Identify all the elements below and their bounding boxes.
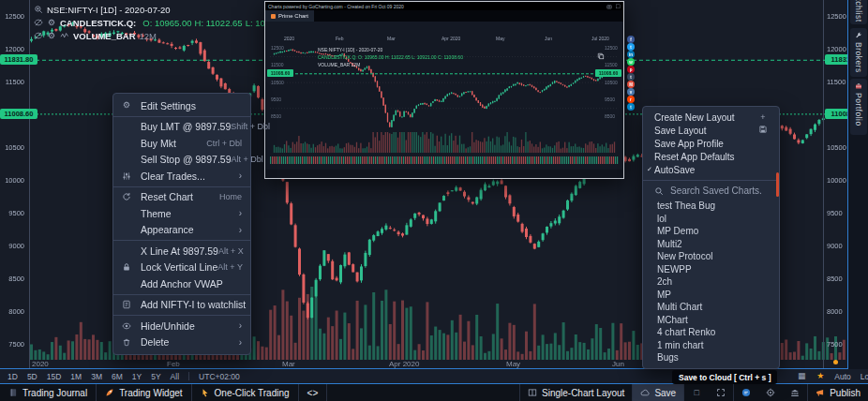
share-facebook-button[interactable]: f — [627, 36, 635, 43]
search-icon — [654, 186, 664, 196]
context-menu-item-sell-stop-9897-59[interactable]: Sell Stop @ 9897.59Alt + Dbl — [113, 152, 250, 169]
preview-tab-prime-chart[interactable]: Prime Chart — [265, 10, 314, 22]
range-15d[interactable]: 15D — [47, 372, 62, 381]
saved-chart-item-1-min-chart[interactable]: 1 min chart — [643, 339, 779, 352]
divider — [188, 372, 189, 380]
trash-icon — [122, 337, 131, 347]
range-all[interactable]: All — [171, 372, 179, 381]
auto-scale-toggle[interactable]: Auto — [834, 372, 851, 381]
context-menu-item-edit-settings[interactable]: ⚙Edit Settings — [113, 97, 250, 114]
range-1m[interactable]: 1M — [70, 372, 82, 381]
bottom-bar-button-publish[interactable]: Publish — [808, 384, 868, 401]
bottom-bar-button-bank[interactable] — [783, 384, 807, 401]
share-twitter-button[interactable]: t — [627, 43, 635, 51]
context-menu-item-hide-unhide[interactable]: Hide/Unhide› — [113, 318, 250, 334]
context-menu-item-add-nifty-i-to-watchlist[interactable]: Add NIFTY-I to watchlist — [113, 297, 250, 314]
lock-icon — [122, 262, 131, 272]
layout-menu-item-create-new-layout[interactable]: Create New Layout+ — [643, 111, 779, 124]
gear-icon[interactable]: ⚙ — [47, 18, 56, 27]
range-1d[interactable]: 1D — [7, 372, 18, 381]
copy-icon[interactable] — [597, 52, 605, 60]
sidebar-tab-portfolio[interactable]: Portfolio — [850, 79, 867, 135]
bottom-bar-button-target[interactable] — [758, 384, 783, 401]
context-menu-item-buy-lmt-9897-59[interactable]: Buy LMT @ 9897.59Shift + Dbl — [113, 119, 250, 136]
saved-chart-item-4-chart-renko[interactable]: 4 chart Renko — [643, 326, 779, 339]
context-menu-item-delete[interactable]: Delete› — [113, 334, 250, 351]
share-whatsapp-button[interactable]: w — [627, 58, 635, 66]
share-buttons-column: ftinwptMvrt — [627, 36, 635, 111]
context-menu-item-clear-trades[interactable]: Clear Trades...› — [113, 168, 250, 185]
grid-icon[interactable]: ▦ — [797, 372, 806, 381]
layout-menu-item-save-app-profile[interactable]: Save App Profile — [643, 137, 779, 150]
sidebar-tab-watchlist[interactable]: Watchlist — [850, 0, 867, 24]
saved-chart-item-lol[interactable]: lol — [643, 213, 779, 226]
share-gmail-button[interactable]: M — [627, 81, 635, 88]
saved-chart-item-multi2[interactable]: Multi2 — [643, 238, 779, 251]
menu-item-label: Add NIFTY-I to watchlist — [141, 299, 246, 310]
bottom-bar-button-chat[interactable] — [734, 384, 758, 401]
saved-chart-item-mp-demo[interactable]: MP Demo — [643, 225, 779, 238]
bottom-bar-button-single-chart-layout[interactable]: Single-Chart Layout — [520, 384, 632, 401]
preview-price-tick: 11500 — [271, 62, 284, 67]
saved-chart-item-mp[interactable]: MP — [643, 289, 779, 302]
layout-menu-item-autosave[interactable]: ✓AutoSave — [643, 163, 779, 176]
layout-menu-item-reset-app-defaults[interactable]: Reset App Defaults — [643, 150, 779, 163]
share-linkedin-button[interactable]: in — [627, 51, 635, 58]
saved-chart-item-test-thea-bug[interactable]: test Thea Bug — [643, 200, 779, 213]
share-telegram-button[interactable]: t — [627, 103, 635, 111]
eye-slash-icon[interactable] — [34, 18, 43, 27]
saved-charts-search[interactable]: Search Saved Charts. — [643, 180, 779, 200]
shortcut-hint: Shift + Dbl — [231, 122, 270, 131]
share-reddit-button[interactable]: r — [627, 96, 635, 103]
zoom-icon[interactable] — [34, 5, 43, 14]
range-6m[interactable]: 6M — [112, 372, 123, 381]
saved-chart-item-multi-chart[interactable]: Multi Chart — [643, 301, 779, 314]
camera-icon[interactable] — [606, 4, 612, 9]
context-menu-item-add-anchor-vwap[interactable]: Add Anchor VWAP — [113, 275, 250, 292]
pointer-icon — [201, 388, 210, 397]
context-menu-item-buy-mkt[interactable]: Buy MktCtrl + Dbl — [113, 135, 250, 152]
saved-chart-item-2ch[interactable]: 2ch — [643, 275, 779, 289]
range-5y[interactable]: 5Y — [151, 372, 160, 381]
bottom-bar-button-save[interactable]: Save — [633, 384, 683, 401]
range-5d[interactable]: 5D — [27, 372, 37, 381]
sidebar-tab-label: Watchlist — [854, 0, 863, 22]
saved-chart-item-mchart[interactable]: MChart — [643, 314, 779, 327]
layout-menu-item-save-layout[interactable]: Save Layout — [643, 124, 779, 137]
layout-menu: Create New Layout+Save LayoutSave App Pr… — [642, 106, 780, 369]
range-1y[interactable]: 1Y — [132, 372, 142, 381]
bottom-bar-button-screenshot-frame[interactable]: □ — [684, 384, 709, 401]
scrollbar-thumb[interactable] — [776, 172, 779, 197]
share-tumblr-button[interactable]: t — [627, 73, 635, 81]
share-pinterest-button[interactable]: p — [627, 66, 635, 73]
timezone-label[interactable]: UTC+02:00 — [199, 372, 240, 381]
share-vk-button[interactable]: v — [627, 88, 635, 96]
preview-price-tick: 10500 — [605, 80, 618, 85]
bottom-bar-button-one-click-trading[interactable]: One-Click Trading — [192, 384, 299, 401]
gear-icon[interactable]: ⚙ — [47, 31, 56, 40]
bottom-bar-button-code[interactable]: <> — [299, 384, 328, 401]
bottom-bar-button-trading-journal[interactable]: Trading Journal — [0, 384, 97, 401]
eye-slash-icon[interactable] — [34, 31, 43, 40]
bottom-bar-button-trading-widget[interactable]: Trading Widget — [97, 384, 191, 401]
chat-icon — [741, 388, 751, 397]
sidebar-tab-brokers[interactable]: Brokers — [850, 28, 867, 77]
preview-time-label: Jul 2020 — [591, 36, 609, 41]
saved-chart-item-newpp[interactable]: NEWPP — [643, 263, 779, 276]
menu-item-label: Add Anchor VWAP — [141, 278, 223, 290]
range-3m[interactable]: 3M — [91, 372, 102, 381]
briefcase-icon — [855, 82, 862, 90]
context-menu-item-x-line-at-9897-59[interactable]: X Line At 9897.59Alt + X — [113, 243, 250, 260]
context-menu-item-reset-chart[interactable]: Reset ChartHome — [113, 189, 250, 206]
frame-icon[interactable]: □ — [615, 4, 621, 9]
context-menu-item-lock-vertical-line[interactable]: Lock Vertical LineAlt + Y — [113, 260, 250, 276]
cloud-icon — [640, 388, 650, 397]
saved-chart-item-bugs[interactable]: Bugs — [643, 351, 779, 364]
saved-chart-item-new-protocol[interactable]: New Protocol — [643, 250, 779, 263]
bottom-bar-button-fullscreen[interactable] — [709, 384, 733, 401]
chart-share-preview: Charts powered by GoCharting.com - Creat… — [264, 1, 624, 179]
star-icon[interactable]: ★ — [816, 372, 825, 381]
log-scale-toggle[interactable]: Log — [861, 372, 868, 381]
context-menu-item-appearance[interactable]: Appearance› — [113, 222, 250, 239]
context-menu-item-theme[interactable]: Theme› — [113, 205, 250, 222]
